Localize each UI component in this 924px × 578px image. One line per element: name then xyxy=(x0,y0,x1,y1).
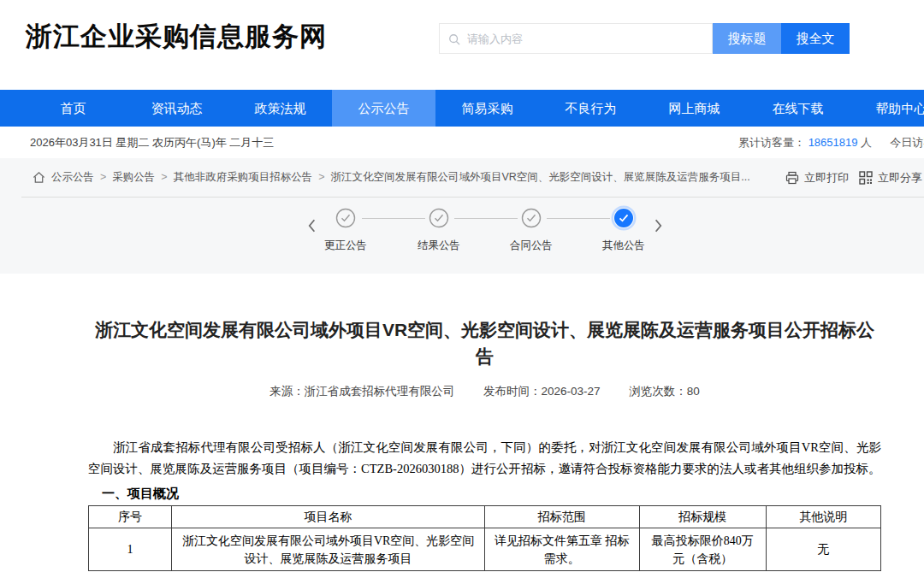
search-fulltext-button[interactable]: 搜全文 xyxy=(781,23,850,54)
steps-next-icon[interactable] xyxy=(654,218,666,233)
article-meta: 来源：浙江省成套招标代理有限公司 发布时间：2026-03-27 浏览次数：80 xyxy=(88,384,881,399)
total-visits-value: 18651819 xyxy=(808,136,858,149)
breadcrumb-current: 浙江文化空间发展有限公司域外项目VR空间、光影空间设计、展览展陈及运营服务项目.… xyxy=(330,170,749,185)
step-label: 其他公告 xyxy=(585,239,662,253)
step-result-notice[interactable]: 结果公告 xyxy=(400,208,477,253)
cell-project-name: 浙江文化空间发展有限公司域外项目VR空间、光影空间设计、展览展陈及运营服务项目 xyxy=(172,528,485,571)
article-title: 浙江文化空间发展有限公司域外项目VR空间、光影空间设计、展览展陈及运营服务项目公… xyxy=(88,274,881,369)
cell-seq: 1 xyxy=(89,528,172,571)
cell-bid-scale: 最高投标限价840万元（含税） xyxy=(639,528,766,571)
nav-item-home[interactable]: 首页 xyxy=(21,90,125,127)
breadcrumb: 公示公告 采购公告 其他非政府采购项目招标公告 浙江文化空间发展有限公司域外项目… xyxy=(33,158,750,197)
total-visits-unit: 人 xyxy=(861,136,872,149)
check-circle-icon xyxy=(521,208,542,228)
search-input[interactable] xyxy=(440,24,712,53)
date-text: 2026年03月31日 星期二 农历丙午(马)年 二月十三 xyxy=(30,127,274,158)
site-title: 浙江企业采购信息服务网 xyxy=(26,19,327,55)
step-label: 结果公告 xyxy=(400,239,477,253)
source-value: 浙江省成套招标代理有限公司 xyxy=(305,385,455,398)
search-icon xyxy=(448,33,460,45)
print-button[interactable]: 立即打印 xyxy=(785,158,849,197)
col-header-bid-scope: 招标范围 xyxy=(484,506,639,528)
share-label: 立即分享 xyxy=(878,170,922,186)
breadcrumb-item[interactable]: 其他非政府采购项目招标公告 xyxy=(174,170,331,185)
col-header-project-name: 项目名称 xyxy=(172,506,485,528)
views-value: 80 xyxy=(687,385,700,398)
check-circle-icon xyxy=(429,208,449,228)
publish-date-value: 2026-03-27 xyxy=(541,385,600,398)
step-label: 合同公告 xyxy=(493,239,570,253)
project-overview-table: 序号 项目名称 招标范围 招标规模 其他说明 1 浙江文化空间发展有限公司域外项… xyxy=(88,505,881,571)
print-label: 立即打印 xyxy=(804,170,849,186)
printer-icon xyxy=(785,171,799,185)
nav-item-notices[interactable]: 公示公告 xyxy=(332,90,435,127)
breadcrumb-item[interactable]: 采购公告 xyxy=(112,170,173,185)
table-header-row: 序号 项目名称 招标范围 招标规模 其他说明 xyxy=(89,506,881,528)
article-card: 浙江文化空间发展有限公司域外项目VR空间、光影空间设计、展览展陈及运营服务项目公… xyxy=(21,274,924,578)
col-header-bid-scale: 招标规模 xyxy=(639,506,766,528)
breadcrumb-steps-zone: 公示公告 采购公告 其他非政府采购项目招标公告 浙江文化空间发展有限公司域外项目… xyxy=(0,158,924,274)
publish-date-label: 发布时间： xyxy=(483,385,542,398)
nav-item-policy[interactable]: 政策法规 xyxy=(228,90,332,127)
search-title-button[interactable]: 搜标题 xyxy=(713,23,781,54)
nav-item-bad-behavior[interactable]: 不良行为 xyxy=(539,90,643,127)
check-circle-active-icon xyxy=(613,208,634,228)
cell-other-notes: 无 xyxy=(766,528,880,571)
qr-share-icon xyxy=(859,171,873,185)
step-label: 更正公告 xyxy=(307,239,384,253)
step-contract-notice[interactable]: 合同公告 xyxy=(493,208,570,253)
step-other-notice[interactable]: 其他公告 xyxy=(585,208,662,253)
nav-item-simple-procurement[interactable]: 简易采购 xyxy=(435,90,539,127)
nav-item-online-mall[interactable]: 网上商城 xyxy=(643,90,746,127)
article-paragraph: 浙江省成套招标代理有限公司受招标人（浙江文化空间发展有限公司，下同）的委托，对浙… xyxy=(88,437,881,480)
cell-bid-scope: 详见招标文件第五章 招标需求。 xyxy=(484,528,639,571)
share-button[interactable]: 立即分享 xyxy=(859,158,922,197)
search-box xyxy=(439,23,713,54)
step-correction-notice[interactable]: 更正公告 xyxy=(307,208,384,253)
views-label: 浏览次数： xyxy=(629,385,687,398)
page: 浙江企业采购信息服务网 搜标题 搜全文 首页 资讯动态 政策法规 公示公告 简易… xyxy=(0,0,924,578)
breadcrumb-item[interactable]: 公示公告 xyxy=(51,170,112,185)
col-header-seq: 序号 xyxy=(89,506,172,528)
info-bar: 2026年03月31日 星期二 农历丙午(马)年 二月十三 累计访客量： 186… xyxy=(0,127,924,158)
home-icon[interactable] xyxy=(33,171,45,184)
source-label: 来源： xyxy=(270,385,305,398)
check-circle-icon xyxy=(335,208,356,228)
table-row: 1 浙江文化空间发展有限公司域外项目VR空间、光影空间设计、展览展陈及运营服务项… xyxy=(89,528,881,571)
visit-counters: 累计访客量： 18651819 人 今日访客量： 3234 xyxy=(738,127,924,158)
search-bar: 搜标题 搜全文 xyxy=(439,23,850,54)
nav-item-help-center[interactable]: 帮助中心 xyxy=(850,90,924,127)
header: 浙江企业采购信息服务网 搜标题 搜全文 xyxy=(0,0,924,90)
col-header-other-notes: 其他说明 xyxy=(766,506,880,528)
today-visits-label: 今日访客量： xyxy=(890,136,924,149)
nav-item-news[interactable]: 资讯动态 xyxy=(125,90,228,127)
announcement-steps: 更正公告 结果公告 xyxy=(0,198,924,273)
nav-item-downloads[interactable]: 在线下载 xyxy=(746,90,850,127)
total-visits-label: 累计访客量： xyxy=(738,136,805,149)
section-title: 一、项目概况 xyxy=(102,486,881,502)
main-nav: 首页 资讯动态 政策法规 公示公告 简易采购 不良行为 网上商城 在线下载 帮助… xyxy=(0,90,924,127)
